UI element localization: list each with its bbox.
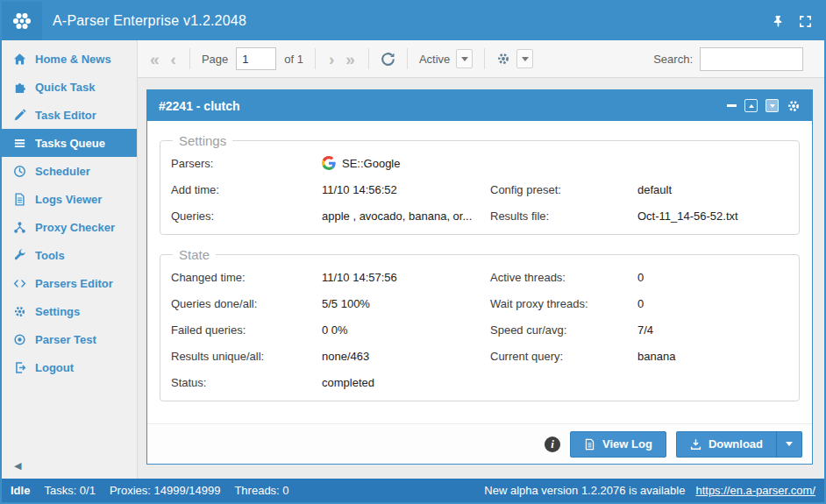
status-threads: Threads: 0 [234, 484, 288, 497]
field-label: Wait proxy threads: [490, 297, 637, 310]
field-label: Add time: [171, 183, 322, 196]
search-group: Search: [653, 47, 803, 71]
parsers-value: SE::Google [322, 156, 788, 170]
field-label: Speed cur/avg: [490, 323, 637, 337]
settings-legend: Settings [173, 133, 232, 148]
prev-page-button[interactable]: ‹ [169, 51, 178, 67]
page-label: Page [202, 53, 228, 66]
sidebar-item-tools[interactable]: Tools [2, 241, 137, 269]
status-tasks: Tasks: 0/1 [44, 484, 96, 497]
puzzle-icon [12, 81, 27, 94]
search-input[interactable] [700, 47, 803, 71]
sidebar-item-home-news[interactable]: Home & News [2, 45, 137, 73]
code-icon [12, 277, 27, 290]
sidebar-item-label: Tasks Queue [35, 137, 105, 150]
target-icon [12, 333, 27, 346]
last-page-button[interactable]: » [344, 51, 357, 67]
toolbar-separator [189, 48, 190, 69]
field-value: 11/10 14:57:56 [322, 271, 490, 284]
sidebar-item-label: Scheduler [35, 165, 90, 178]
sidebar-item-label: Logs Viewer [35, 193, 102, 206]
field-label: Current query: [490, 350, 637, 363]
sidebar-item-label: Proxy Checker [35, 221, 115, 234]
page-input[interactable] [236, 47, 276, 70]
field-label: Active threads: [490, 271, 637, 284]
task-panel-header[interactable]: #2241 - clutch [147, 90, 812, 121]
fullscreen-icon[interactable] [799, 15, 812, 28]
field-value: 0 [637, 271, 788, 284]
chevron-down-icon [516, 49, 533, 68]
app-logo [2, 2, 42, 40]
sidebar-item-proxy-checker[interactable]: Proxy Checker [2, 213, 137, 241]
network-icon [12, 221, 27, 234]
sidebar-item-scheduler[interactable]: Scheduler [2, 157, 137, 185]
pin-icon[interactable] [772, 15, 785, 28]
next-page-button[interactable]: › [327, 51, 336, 67]
sidebar-item-parser-test[interactable]: Parser Test [2, 325, 137, 353]
clock-icon [12, 165, 27, 178]
sidebar-item-parsers-editor[interactable]: Parsers Editor [2, 269, 137, 297]
field-row: Add time: 11/10 14:56:52 Config preset: … [171, 176, 788, 202]
sidebar-item-label: Quick Task [35, 81, 95, 94]
collapse-up-icon[interactable] [744, 99, 758, 112]
field-label: Results file: [490, 209, 637, 223]
view-log-button[interactable]: View Log [570, 431, 666, 458]
statusbar-right: New alpha version 1.2.2076 is available … [484, 484, 815, 497]
field-row: Queries done/all: 5/5 100% Wait proxy th… [171, 290, 788, 316]
minimize-icon[interactable] [727, 104, 737, 107]
toolbar-separator [484, 48, 485, 69]
workspace: #2241 - clutch Settings Parsers: [138, 78, 824, 479]
toolbar: « ‹ Page of 1 › » Active [138, 40, 824, 78]
download-dropdown-button[interactable] [777, 431, 802, 458]
home-icon [12, 53, 27, 66]
field-value: default [637, 183, 788, 196]
collapse-down-icon[interactable] [765, 99, 779, 112]
field-label: Results unique/all: [171, 350, 322, 363]
refresh-icon[interactable] [381, 52, 395, 67]
titlebar-tools [772, 15, 812, 28]
search-label: Search: [653, 53, 693, 66]
parsers-text: SE::Google [342, 157, 401, 170]
google-icon [322, 156, 336, 170]
sidebar-item-label: Task Editor [35, 109, 96, 122]
field-label: Queries: [171, 209, 322, 223]
sidebar-collapse-icon[interactable]: ◀ [14, 460, 21, 472]
sidebar-item-label: Parsers Editor [35, 277, 113, 290]
sidebar-item-tasks-queue[interactable]: Tasks Queue [2, 129, 137, 157]
sidebar-item-logs-viewer[interactable]: Logs Viewer [2, 185, 137, 213]
sidebar-item-label: Parser Test [35, 333, 96, 346]
task-panel: #2241 - clutch Settings Parsers: [146, 89, 813, 465]
download-icon [690, 438, 701, 451]
statusbar: Idle Tasks: 0/1 Proxies: 14999/14999 Thr… [2, 479, 824, 502]
sidebar-item-task-editor[interactable]: Task Editor [2, 101, 137, 129]
list-icon [12, 137, 27, 150]
field-row: Failed queries: 0 0% Speed cur/avg: 7/4 [171, 316, 788, 343]
download-button[interactable]: Download [676, 431, 777, 458]
field-value: 11/10 14:56:52 [322, 183, 490, 196]
sidebar-item-logout[interactable]: Logout [2, 353, 137, 381]
site-link[interactable]: https://en.a-parser.com/ [695, 484, 815, 497]
gear-icon [12, 305, 27, 318]
field-value: completed [322, 376, 490, 389]
toolbar-separator [407, 48, 408, 69]
gear-menu-button[interactable] [496, 49, 533, 68]
field-value: none/463 [322, 350, 490, 363]
filter-dropdown[interactable]: Active [419, 49, 473, 68]
field-label: Failed queries: [171, 323, 322, 337]
info-icon[interactable]: i [545, 437, 560, 452]
chevron-down-icon [786, 442, 793, 446]
sidebar-item-quick-task[interactable]: Quick Task [2, 73, 137, 101]
field-value: 7/4 [637, 323, 788, 337]
field-row: Parsers: [171, 150, 788, 176]
field-label: Config preset: [490, 183, 637, 196]
sidebar-item-label: Tools [35, 249, 65, 262]
settings-fieldset: Settings Parsers: [160, 133, 800, 235]
panel-gear-icon[interactable] [787, 99, 801, 113]
field-label: Changed time: [171, 271, 322, 284]
sidebar-item-settings[interactable]: Settings [2, 297, 137, 325]
field-value: apple , avocado, banana, or... [322, 209, 490, 223]
sidebar-item-label: Home & News [35, 53, 111, 66]
state-fieldset: State Changed time: 11/10 14:57:56 Activ… [160, 247, 800, 401]
first-page-button[interactable]: « [148, 51, 161, 67]
sidebar-item-label: Logout [35, 361, 74, 374]
